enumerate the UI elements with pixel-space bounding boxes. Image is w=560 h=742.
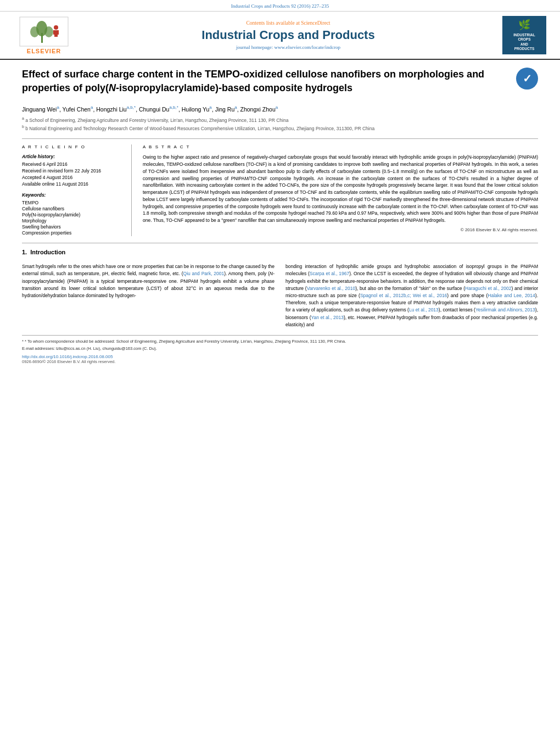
keyword-1: TEMPO [22, 200, 122, 205]
intro-section-title: Introduction [30, 249, 65, 255]
authors-line: Jinguang Weia, Yufei Chena, Hongzhi Liua… [22, 105, 538, 113]
keyword-4: Morphology [22, 218, 122, 224]
article-info-heading: A R T I C L E I N F O [22, 144, 122, 149]
footnote-section: * * To whom correspondence should be add… [22, 335, 538, 364]
crossmark-icon: ✓ [516, 68, 538, 90]
article-title-section: Effect of surface charge content in the … [22, 68, 538, 99]
cite-yan[interactable]: Yan et al., 2013 [311, 315, 343, 320]
doi-line[interactable]: http://dx.doi.org/10.1016/j.indcrop.2016… [22, 354, 538, 359]
article-title: Effect of surface charge content in the … [22, 68, 511, 95]
journal-logo-icon: 🌿 [518, 19, 530, 31]
main-content: Effect of surface charge content in the … [0, 60, 560, 364]
cite-scarpa[interactable]: Scarpa et al., 1967 [310, 271, 349, 276]
article-history-heading: Article history: [22, 154, 122, 159]
footnote-email: E-mail addresses: lzliu@iccs.as.cn (H. L… [22, 346, 538, 352]
received-revised-date: Received in revised form 22 July 2016 [22, 168, 122, 174]
intro-col2-text: bonding interaction of hydrophilic amide… [285, 263, 538, 328]
abstract-column: A B S T R A C T Owing to the higher aspe… [143, 144, 538, 236]
article-title-text-container: Effect of surface charge content in the … [22, 68, 511, 99]
abstract-heading: A B S T R A C T [143, 144, 538, 149]
intro-col2: bonding interaction of hydrophilic amide… [285, 263, 538, 328]
journal-logo-text: INDUSTRIALCROPSANDPRODUCTS [513, 33, 535, 52]
elsevier-logo-image [19, 16, 69, 47]
science-direct-link[interactable]: ScienceDirect [301, 20, 330, 26]
affiliations: a a School of Engineering, Zhejiang Agri… [22, 116, 538, 132]
cite-yesilirmak[interactable]: Yesilirmak and Altinors, 2013 [475, 307, 535, 313]
introduction-section: 1. Introduction Smart hydrogels refer to… [22, 249, 538, 328]
introduction-body: Smart hydrogels refer to the ones which … [22, 263, 538, 328]
article-info-column: A R T I C L E I N F O Article history: R… [22, 144, 132, 236]
section-divider [22, 243, 538, 243]
intro-section-number: 1. [22, 249, 27, 255]
journal-citation-bar: Industrial Crops and Products 92 (2016) … [0, 0, 560, 12]
svg-point-4 [54, 25, 58, 30]
elsevier-logo: ELSEVIER [11, 16, 77, 54]
svg-point-3 [44, 26, 53, 37]
cite-spagnol[interactable]: Spagnol et al., 2012b,c; Wei et al., 201… [360, 293, 447, 298]
science-direct-line: Contents lists available at ScienceDirec… [77, 20, 500, 26]
svg-rect-6 [53, 30, 55, 35]
keyword-6: Compression properties [22, 230, 122, 236]
affiliation-a: a a School of Engineering, Zhejiang Agri… [22, 116, 538, 124]
journal-header-center: Contents lists available at ScienceDirec… [77, 20, 500, 50]
journal-header: ELSEVIER Contents lists available at Sci… [0, 12, 560, 60]
abstract-text: Owing to the higher aspect ratio and pre… [143, 154, 538, 224]
accepted-date: Accepted 4 August 2016 [22, 175, 122, 180]
issn-line: 0926-6690/© 2016 Elsevier B.V. All right… [22, 359, 538, 364]
elsevier-label: ELSEVIER [27, 48, 61, 54]
svg-point-2 [30, 26, 39, 37]
elsevier-logo-container: ELSEVIER [11, 16, 77, 54]
intro-col1: Smart hydrogels refer to the ones which … [22, 263, 275, 328]
cite-qiu-park[interactable]: Qiu and Park, 2001 [183, 271, 225, 276]
available-online-date: Available online 11 August 2016 [22, 181, 122, 187]
journal-homepage-link[interactable]: www.elsevier.com/locate/indcrop [275, 44, 340, 50]
keywords-heading: Keywords: [22, 192, 122, 198]
cite-haraguchi[interactable]: Haraguchi et al., 2002 [465, 286, 511, 291]
affiliation-b: b b National Engineering and Technology … [22, 124, 538, 132]
journal-logo-box: 🌿 INDUSTRIALCROPSANDPRODUCTS [502, 16, 546, 54]
crossmark-badge[interactable]: ✓ [516, 68, 538, 90]
article-info-abstract-section: A R T I C L E I N F O Article history: R… [22, 138, 538, 236]
cite-halake[interactable]: Halake and Lee, 2014 [488, 293, 535, 298]
keyword-5: Swelling behaviors [22, 224, 122, 230]
abstract-copyright: © 2016 Elsevier B.V. All rights reserved… [143, 227, 538, 232]
page-wrapper: Industrial Crops and Products 92 (2016) … [0, 0, 560, 742]
keyword-3: Poly(N-isopropylacrylamide) [22, 212, 122, 217]
svg-rect-7 [57, 30, 59, 35]
cite-lu[interactable]: Lu et al., 2013 [409, 307, 439, 313]
cite-varvarenko[interactable]: Varvarenko et al., 2010 [307, 286, 355, 291]
journal-homepage: journal homepage: www.elsevier.com/locat… [77, 44, 500, 50]
journal-logo-right: 🌿 INDUSTRIALCROPSANDPRODUCTS [500, 16, 549, 54]
footnote-asterisk: * * To whom correspondence should be add… [22, 339, 538, 345]
journal-citation-text: Industrial Crops and Products 92 (2016) … [231, 3, 329, 9]
keyword-2: Cellulose nanofibers [22, 206, 122, 211]
received-date: Received 6 April 2016 [22, 161, 122, 167]
journal-title: Industrial Crops and Products [77, 28, 500, 42]
intro-col1-text: Smart hydrogels refer to the ones which … [22, 263, 275, 299]
